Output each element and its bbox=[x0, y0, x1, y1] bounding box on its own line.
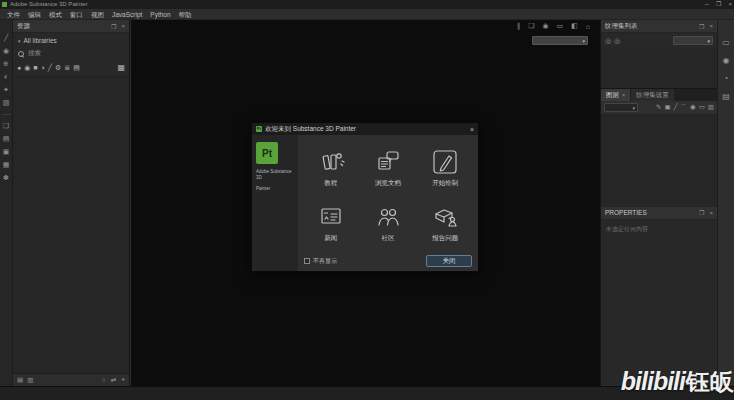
menu-python[interactable]: Python bbox=[146, 9, 174, 20]
properties-body-empty bbox=[601, 239, 717, 386]
add-resource-icon[interactable]: + bbox=[121, 376, 125, 384]
asset-filter-row: ● ◉ ■ ◑ ╱ ⚙ ≣ ▤ ▦ bbox=[13, 61, 129, 77]
tile-label: 报告问题 bbox=[432, 234, 458, 243]
history-dock-icon[interactable]: ◔ bbox=[724, 74, 729, 83]
dialog-close-button[interactable]: 关闭 bbox=[426, 255, 472, 267]
right-panel-column: 纹理集列表 ❐ × ◎ ◎ ▾ 图层 × 纹理集设置 ▾ ✎ bbox=[600, 20, 717, 386]
smudge-tool-icon[interactable]: ✦ bbox=[3, 86, 9, 94]
right-dock-strip: ▭ ◉ ◔ ▤ bbox=[717, 20, 734, 386]
news-tile[interactable]: 新闻 bbox=[302, 196, 359, 251]
checkbox-label: 不再显示 bbox=[313, 257, 337, 266]
tutorials-tile[interactable]: 教程 bbox=[302, 141, 359, 196]
maximize-button[interactable]: ❒ bbox=[716, 0, 721, 9]
documentation-tile[interactable]: 浏览文档 bbox=[359, 141, 416, 196]
close-icon[interactable]: × bbox=[622, 92, 625, 98]
chevron-down-icon: ▾ bbox=[707, 38, 710, 44]
shader-settings-dock-icon[interactable]: ◉ bbox=[723, 56, 730, 65]
split-view-icon[interactable]: ◧ bbox=[571, 22, 578, 30]
projection-tool-icon[interactable]: ⊕ bbox=[3, 60, 9, 68]
report-bug-tile[interactable]: 报告问题 bbox=[417, 196, 474, 251]
texture-set-list-empty bbox=[601, 48, 717, 88]
pt-logo-icon: Pt bbox=[256, 126, 262, 132]
export-resources-icon[interactable]: ▥ bbox=[27, 376, 33, 384]
camera-dropdown[interactable]: ▾ bbox=[532, 36, 588, 45]
menu-mode[interactable]: 模式 bbox=[45, 9, 66, 20]
tool-separator bbox=[2, 114, 11, 115]
menu-file[interactable]: 文件 bbox=[3, 9, 24, 20]
dialog-close-icon[interactable]: × bbox=[470, 126, 474, 133]
popout-icon[interactable]: ❐ bbox=[699, 209, 704, 216]
refresh-icon[interactable]: ○ bbox=[102, 376, 106, 384]
add-smart-material-icon[interactable]: ◉ bbox=[690, 103, 696, 112]
add-effect-icon[interactable]: ╱ bbox=[674, 103, 678, 112]
filter-brushes-icon[interactable]: ╱ bbox=[48, 63, 52, 72]
add-mask-icon[interactable]: ⌒ bbox=[681, 103, 688, 112]
search-placeholder: 搜索 bbox=[28, 49, 41, 58]
blend-mode-dropdown[interactable]: ▾ bbox=[604, 103, 638, 112]
add-fill-layer-icon[interactable]: ▣ bbox=[664, 103, 670, 112]
close-button[interactable]: × bbox=[728, 0, 732, 9]
close-icon[interactable]: × bbox=[709, 23, 713, 29]
add-paint-layer-icon[interactable]: ✎ bbox=[656, 103, 661, 112]
environment-icon[interactable]: ⌂ bbox=[586, 23, 590, 30]
filter-materials-icon[interactable]: ● bbox=[17, 63, 21, 72]
start-painting-tile[interactable]: 开始绘制 bbox=[417, 141, 474, 196]
menu-javascript[interactable]: JavaScript bbox=[108, 9, 146, 20]
filter-smart-masks-icon[interactable]: ■ bbox=[33, 63, 37, 72]
polygon-fill-tool-icon[interactable]: ◐ bbox=[4, 73, 8, 81]
app-window: Adobe Substance 3D Painter ─ ❒ × 文件 编辑 模… bbox=[0, 0, 734, 400]
display-settings-icon[interactable]: ▭ bbox=[557, 22, 564, 30]
popout-icon[interactable]: ❐ bbox=[699, 23, 704, 30]
app-logo-icon bbox=[2, 2, 7, 7]
thumbnail-size-icon[interactable]: ▦ bbox=[117, 63, 125, 72]
asset-list-empty bbox=[13, 77, 129, 373]
clone-tool-icon[interactable]: ▨ bbox=[3, 99, 10, 107]
menu-edit[interactable]: 编辑 bbox=[24, 9, 45, 20]
link-icon[interactable]: ◎ bbox=[605, 37, 611, 45]
delete-layer-icon[interactable]: ▥ bbox=[708, 103, 714, 112]
display-settings-dock-icon[interactable]: ▭ bbox=[722, 38, 730, 47]
dialog-title-bar: Pt 欢迎来到 Substance 3D Painter × bbox=[252, 123, 478, 135]
pause-engine-icon[interactable]: ∥ bbox=[517, 22, 521, 30]
tab-layers[interactable]: 图层 × bbox=[601, 89, 630, 101]
symmetry-icon[interactable]: ▤ bbox=[3, 135, 10, 143]
filter-filters-icon[interactable]: ◑ bbox=[41, 63, 45, 72]
library-dropdown[interactable]: ▾ All librairies bbox=[13, 33, 129, 46]
tab-texture-set-settings[interactable]: 纹理集设置 bbox=[631, 89, 674, 101]
grid-snap-icon[interactable]: ▦ bbox=[3, 161, 10, 169]
quick-mask-icon[interactable]: ❏ bbox=[3, 122, 9, 130]
filter-envs-icon[interactable]: ▤ bbox=[73, 63, 80, 72]
watermark-brand: bilibili bbox=[621, 367, 685, 395]
community-icon bbox=[372, 204, 404, 230]
texture-set-filter-dropdown[interactable]: ▾ bbox=[673, 36, 713, 45]
popout-icon[interactable]: ❐ bbox=[111, 23, 116, 30]
asset-search-input[interactable]: 搜索 bbox=[13, 46, 129, 61]
filter-textures-icon[interactable]: ≣ bbox=[64, 63, 70, 72]
tile-label: 教程 bbox=[324, 179, 337, 188]
assets-panel: 资源 ❐ × ▾ All librairies 搜索 ● ◉ ■ ◑ ╱ ⚙ ≣… bbox=[13, 20, 130, 386]
community-tile[interactable]: 社区 bbox=[359, 196, 416, 251]
frame-selection-icon[interactable]: ❏ bbox=[528, 22, 534, 30]
filter-alphas-icon[interactable]: ⚙ bbox=[55, 63, 61, 72]
menu-help[interactable]: 帮助 bbox=[175, 9, 196, 20]
sync-icon[interactable]: ⇄ bbox=[111, 376, 116, 384]
menu-window[interactable]: 窗口 bbox=[66, 9, 87, 20]
paint-tool-icon[interactable]: ╱ bbox=[4, 34, 8, 42]
effects-icon[interactable]: ✽ bbox=[3, 174, 9, 182]
add-folder-icon[interactable]: ▭ bbox=[699, 103, 705, 112]
unlink-icon[interactable]: ◎ bbox=[614, 37, 620, 45]
close-icon[interactable]: × bbox=[121, 23, 125, 29]
minimize-button[interactable]: ─ bbox=[705, 0, 709, 9]
watermark-name: 钰皈 bbox=[686, 368, 734, 395]
dialog-footer: 不再显示 关闭 bbox=[298, 251, 478, 271]
dialog-title: 欢迎来到 Substance 3D Painter bbox=[265, 125, 467, 134]
filter-smart-materials-icon[interactable]: ◉ bbox=[24, 63, 30, 72]
lazy-mouse-icon[interactable]: ▣ bbox=[3, 148, 10, 156]
close-icon[interactable]: × bbox=[709, 210, 713, 216]
menu-view[interactable]: 视图 bbox=[87, 9, 108, 20]
dont-show-again-checkbox[interactable]: 不再显示 bbox=[304, 257, 337, 266]
material-view-icon[interactable]: ◉ bbox=[542, 22, 548, 30]
import-resources-icon[interactable]: ▤ bbox=[17, 376, 23, 384]
log-dock-icon[interactable]: ▤ bbox=[722, 92, 730, 101]
eraser-tool-icon[interactable]: ◉ bbox=[3, 47, 9, 55]
